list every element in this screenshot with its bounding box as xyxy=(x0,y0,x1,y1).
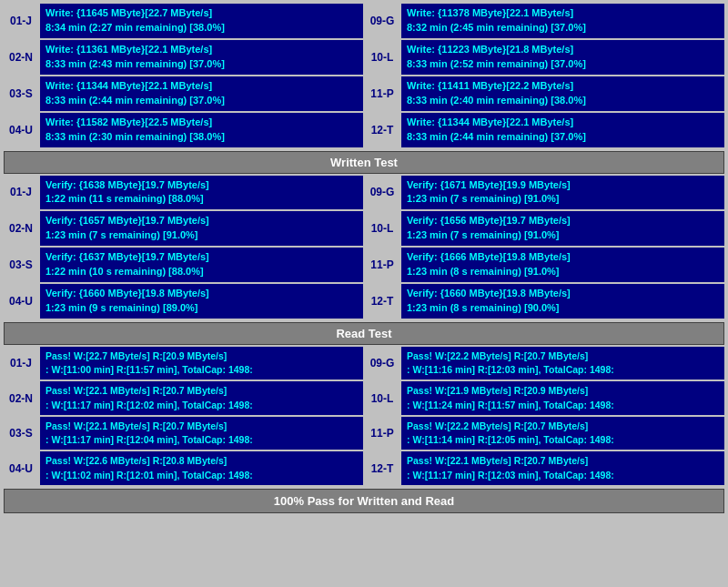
read-test-rows: 01-JPass! W:[22.7 MByte/s] R:[20.9 MByte… xyxy=(4,347,724,485)
table-row: 02-NPass! W:[22.1 MByte/s] R:[20.7 MByte… xyxy=(4,381,724,414)
table-row: 04-UPass! W:[22.6 MByte/s] R:[20.8 MByte… xyxy=(4,451,724,484)
right-data-cell: Pass! W:[22.2 MByte/s] R:[20.7 MByte/s] … xyxy=(401,417,724,450)
left-data-cell: Verify: {1638 MByte}[19.7 MByte/s] 1:22 … xyxy=(40,176,363,210)
left-device-label: 01-J xyxy=(4,4,38,38)
left-data-cell: Pass! W:[22.1 MByte/s] R:[20.7 MByte/s] … xyxy=(40,381,363,414)
right-data-cell: Verify: {1660 MByte}[19.8 MByte/s] 1:23 … xyxy=(401,284,724,319)
left-data-cell: Write: {11361 MByte}[22.1 MByte/s] 8:33 … xyxy=(40,40,363,75)
left-device-label: 04-U xyxy=(4,284,38,319)
main-container: 01-JWrite: {11645 MByte}[22.7 MByte/s] 8… xyxy=(0,0,728,517)
left-device-label: 04-U xyxy=(4,451,38,484)
written-test-header: Written Test xyxy=(4,151,724,174)
left-data-cell: Write: {11645 MByte}[22.7 MByte/s] 8:34 … xyxy=(40,4,363,38)
read-test-header: Read Test xyxy=(4,322,724,345)
right-data-cell: Verify: {1666 MByte}[19.8 MByte/s] 1:23 … xyxy=(401,248,724,282)
right-device-label: 12-T xyxy=(365,451,399,484)
read-test-section: 01-JPass! W:[22.7 MByte/s] R:[20.9 MByte… xyxy=(4,347,724,485)
right-data-cell: Write: {11411 MByte}[22.2 MByte/s] 8:33 … xyxy=(401,76,724,111)
right-device-label: 09-G xyxy=(365,176,399,210)
right-data-cell: Write: {11223 MByte}[21.8 MByte/s] 8:33 … xyxy=(401,40,724,75)
right-device-label: 11-P xyxy=(365,417,399,450)
left-data-cell: Verify: {1660 MByte}[19.8 MByte/s] 1:23 … xyxy=(40,284,363,319)
right-device-label: 09-G xyxy=(365,4,399,38)
left-data-cell: Pass! W:[22.1 MByte/s] R:[20.7 MByte/s] … xyxy=(40,417,363,450)
left-data-cell: Write: {11344 MByte}[22.1 MByte/s] 8:33 … xyxy=(40,76,363,111)
left-data-cell: Write: {11582 MByte}[22.5 MByte/s] 8:33 … xyxy=(40,113,363,147)
right-data-cell: Pass! W:[21.9 MByte/s] R:[20.9 MByte/s] … xyxy=(401,381,724,414)
left-device-label: 01-J xyxy=(4,347,38,380)
right-device-label: 12-T xyxy=(365,113,399,147)
table-row: 02-NWrite: {11361 MByte}[22.1 MByte/s] 8… xyxy=(4,40,724,75)
table-row: 03-SWrite: {11344 MByte}[22.1 MByte/s] 8… xyxy=(4,76,724,111)
right-data-cell: Verify: {1671 MByte}[19.9 MByte/s] 1:23 … xyxy=(401,176,724,210)
table-row: 04-UVerify: {1660 MByte}[19.8 MByte/s] 1… xyxy=(4,284,724,319)
bottom-status-bar: 100% Pass for Written and Read xyxy=(4,489,724,513)
left-device-label: 03-S xyxy=(4,248,38,282)
verify-section: 01-JVerify: {1638 MByte}[19.7 MByte/s] 1… xyxy=(4,176,724,319)
table-row: 01-JVerify: {1638 MByte}[19.7 MByte/s] 1… xyxy=(4,176,724,210)
left-device-label: 02-N xyxy=(4,40,38,75)
right-data-cell: Pass! W:[22.1 MByte/s] R:[20.7 MByte/s] … xyxy=(401,451,724,484)
table-row: 04-UWrite: {11582 MByte}[22.5 MByte/s] 8… xyxy=(4,113,724,147)
right-device-label: 10-L xyxy=(365,381,399,414)
left-device-label: 03-S xyxy=(4,417,38,450)
verify-rows: 01-JVerify: {1638 MByte}[19.7 MByte/s] 1… xyxy=(4,176,724,319)
right-data-cell: Pass! W:[22.2 MByte/s] R:[20.7 MByte/s] … xyxy=(401,347,724,380)
right-device-label: 09-G xyxy=(365,347,399,380)
left-data-cell: Pass! W:[22.7 MByte/s] R:[20.9 MByte/s] … xyxy=(40,347,363,380)
right-data-cell: Verify: {1656 MByte}[19.7 MByte/s] 1:23 … xyxy=(401,211,724,246)
right-device-label: 11-P xyxy=(365,76,399,111)
right-device-label: 10-L xyxy=(365,40,399,75)
left-device-label: 02-N xyxy=(4,211,38,246)
right-data-cell: Write: {11344 MByte}[22.1 MByte/s] 8:33 … xyxy=(401,113,724,147)
left-device-label: 04-U xyxy=(4,113,38,147)
table-row: 03-SPass! W:[22.1 MByte/s] R:[20.7 MByte… xyxy=(4,417,724,450)
right-device-label: 10-L xyxy=(365,211,399,246)
left-data-cell: Verify: {1657 MByte}[19.7 MByte/s] 1:23 … xyxy=(40,211,363,246)
right-device-label: 11-P xyxy=(365,248,399,282)
table-row: 01-JWrite: {11645 MByte}[22.7 MByte/s] 8… xyxy=(4,4,724,38)
left-data-cell: Pass! W:[22.6 MByte/s] R:[20.8 MByte/s] … xyxy=(40,451,363,484)
written-test-section: 01-JWrite: {11645 MByte}[22.7 MByte/s] 8… xyxy=(4,4,724,174)
right-data-cell: Write: {11378 MByte}[22.1 MByte/s] 8:32 … xyxy=(401,4,724,38)
written-test-rows: 01-JWrite: {11645 MByte}[22.7 MByte/s] 8… xyxy=(4,4,724,147)
left-data-cell: Verify: {1637 MByte}[19.7 MByte/s] 1:22 … xyxy=(40,248,363,282)
left-device-label: 01-J xyxy=(4,176,38,210)
table-row: 03-SVerify: {1637 MByte}[19.7 MByte/s] 1… xyxy=(4,248,724,282)
table-row: 01-JPass! W:[22.7 MByte/s] R:[20.9 MByte… xyxy=(4,347,724,380)
table-row: 02-NVerify: {1657 MByte}[19.7 MByte/s] 1… xyxy=(4,211,724,246)
right-device-label: 12-T xyxy=(365,284,399,319)
left-device-label: 03-S xyxy=(4,76,38,111)
left-device-label: 02-N xyxy=(4,381,38,414)
